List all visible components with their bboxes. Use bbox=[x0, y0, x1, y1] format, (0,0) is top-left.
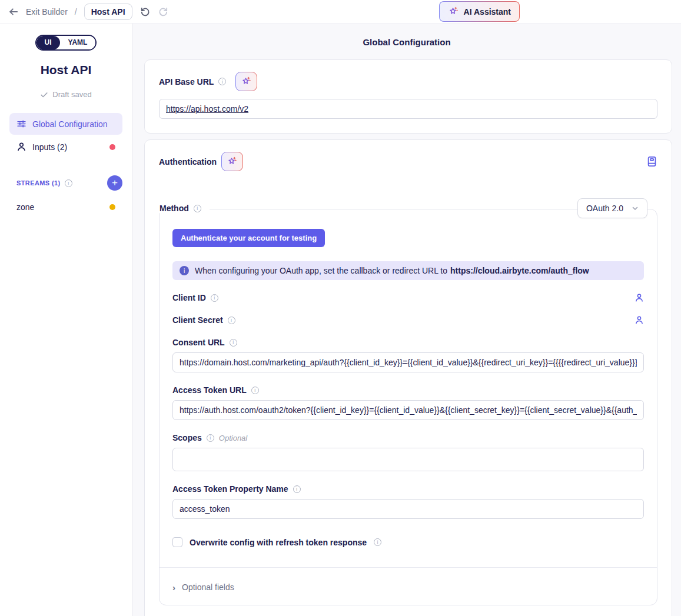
callback-url: https://cloud.airbyte.com/auth_flow bbox=[450, 266, 589, 275]
info-icon[interactable]: i bbox=[230, 339, 237, 347]
sparkle-star-icon bbox=[448, 6, 459, 17]
page-title: Global Configuration bbox=[132, 24, 681, 59]
client-secret-label: Client Secret bbox=[172, 315, 223, 325]
access-token-property-row: Access Token Property Name i bbox=[172, 484, 644, 494]
sidebar-ui-yaml-toggle: UI YAML bbox=[35, 35, 97, 51]
sidebar-item-global-configuration[interactable]: Global Configuration bbox=[9, 113, 122, 135]
scopes-row: Scopes i Optional bbox=[172, 433, 644, 442]
consent-url-input[interactable] bbox=[172, 352, 644, 372]
method-selected-value: OAuth 2.0 bbox=[586, 204, 623, 213]
connector-name-input[interactable]: Host API bbox=[84, 4, 132, 20]
streams-header: STREAMS (1) bbox=[16, 179, 61, 187]
add-stream-button[interactable]: + bbox=[107, 175, 122, 191]
authentication-card: Authentication bbox=[144, 139, 672, 616]
authenticate-button[interactable]: Authenticate your account for testing bbox=[172, 229, 325, 247]
authentication-label: Authentication bbox=[159, 157, 217, 167]
info-icon[interactable]: i bbox=[293, 485, 301, 493]
sidebar-item-label: Inputs (2) bbox=[32, 142, 104, 152]
client-id-label: Client ID bbox=[172, 293, 206, 302]
chevron-down-icon bbox=[632, 205, 639, 212]
info-icon[interactable]: i bbox=[211, 294, 218, 302]
sidebar-item-label: Global Configuration bbox=[32, 119, 115, 129]
sidebar-item-stream-zone[interactable]: zone bbox=[9, 197, 122, 218]
streams-header-row: STREAMS (1) i + bbox=[9, 175, 122, 191]
client-secret-row: Client Secret i bbox=[172, 315, 644, 325]
stream-name: zone bbox=[16, 202, 104, 212]
overwrite-config-checkbox[interactable] bbox=[172, 537, 182, 547]
overwrite-config-label: Overwrite config with refresh token resp… bbox=[190, 538, 367, 547]
info-icon[interactable]: i bbox=[228, 317, 235, 324]
checkmark-icon bbox=[40, 91, 48, 99]
ai-assistant-label: AI Assistant bbox=[464, 7, 511, 16]
chevron-right-icon: › bbox=[172, 583, 175, 592]
inputs-status-dot bbox=[109, 144, 115, 150]
method-label: Method bbox=[160, 204, 189, 213]
scopes-input[interactable] bbox=[172, 448, 644, 471]
access-token-url-input[interactable] bbox=[172, 400, 644, 420]
access-token-url-label: Access Token URL bbox=[172, 385, 247, 395]
access-token-url-row: Access Token URL i bbox=[172, 385, 644, 395]
info-icon[interactable]: i bbox=[218, 78, 226, 85]
top-bar: Exit Builder / Host API AI Assistant bbox=[0, 0, 681, 24]
optional-fields-label: Optional fields bbox=[182, 582, 234, 592]
exit-builder-link[interactable]: Exit Builder bbox=[26, 7, 68, 16]
info-icon[interactable]: i bbox=[65, 179, 72, 187]
access-token-property-label: Access Token Property Name bbox=[172, 484, 288, 494]
redo-icon bbox=[158, 6, 169, 17]
method-select[interactable]: OAuth 2.0 bbox=[577, 198, 647, 218]
redo-button[interactable] bbox=[158, 6, 169, 17]
optional-hint: Optional bbox=[219, 434, 247, 442]
info-icon[interactable]: i bbox=[207, 434, 214, 442]
api-base-url-input[interactable] bbox=[159, 99, 657, 119]
sparkle-star-icon bbox=[227, 156, 238, 167]
user-reference-icon[interactable] bbox=[635, 315, 644, 325]
banner-text: When configuring your OAuth app, set the… bbox=[195, 266, 589, 275]
sidebar-item-inputs[interactable]: Inputs (2) bbox=[9, 136, 122, 158]
consent-url-row: Consent URL i bbox=[172, 338, 644, 347]
user-icon bbox=[16, 142, 26, 152]
client-id-row: Client ID i bbox=[172, 293, 644, 302]
undo-icon bbox=[139, 6, 151, 17]
overwrite-config-row: Overwrite config with refresh token resp… bbox=[172, 537, 644, 547]
oauth-callback-banner: i When configuring your OAuth app, set t… bbox=[172, 261, 644, 280]
main-content: Global Configuration API Base URL i bbox=[132, 24, 681, 616]
info-icon[interactable]: i bbox=[194, 205, 201, 212]
sparkle-star-icon bbox=[241, 76, 252, 87]
info-icon[interactable]: i bbox=[374, 538, 381, 546]
undo-button[interactable] bbox=[139, 6, 151, 17]
scopes-label: Scopes bbox=[172, 433, 202, 442]
back-button[interactable] bbox=[8, 6, 19, 17]
api-base-url-label: API Base URL bbox=[159, 77, 214, 86]
oauth-method-group: Method i OAuth 2.0 Authenticate your acc… bbox=[159, 209, 657, 605]
docs-button[interactable] bbox=[646, 156, 657, 167]
access-token-property-input[interactable] bbox=[172, 499, 644, 519]
ai-assist-button[interactable] bbox=[235, 72, 257, 91]
info-icon[interactable]: i bbox=[251, 387, 259, 394]
zone-status-dot bbox=[109, 204, 115, 210]
sidebar: UI YAML Host API Draft saved Global Conf… bbox=[0, 24, 132, 616]
toggle-yaml[interactable]: YAML bbox=[60, 36, 96, 49]
sliders-icon bbox=[16, 119, 26, 129]
api-base-url-card: API Base URL i bbox=[144, 59, 672, 134]
breadcrumb-separator: / bbox=[75, 7, 77, 16]
divider bbox=[160, 567, 657, 568]
consent-url-label: Consent URL bbox=[172, 338, 225, 347]
optional-fields-toggle[interactable]: › Optional fields bbox=[172, 582, 644, 592]
user-reference-icon[interactable] bbox=[635, 293, 644, 302]
back-arrow-icon bbox=[8, 6, 19, 17]
ai-assist-button[interactable] bbox=[221, 152, 243, 171]
ai-assistant-button[interactable]: AI Assistant bbox=[439, 1, 520, 22]
save-status-label: Draft saved bbox=[52, 90, 91, 99]
book-icon bbox=[646, 156, 657, 167]
toggle-ui[interactable]: UI bbox=[36, 36, 60, 49]
save-status: Draft saved bbox=[0, 90, 132, 99]
plus-icon: + bbox=[112, 178, 118, 188]
connector-title: Host API bbox=[0, 63, 132, 77]
info-filled-icon: i bbox=[180, 266, 189, 275]
